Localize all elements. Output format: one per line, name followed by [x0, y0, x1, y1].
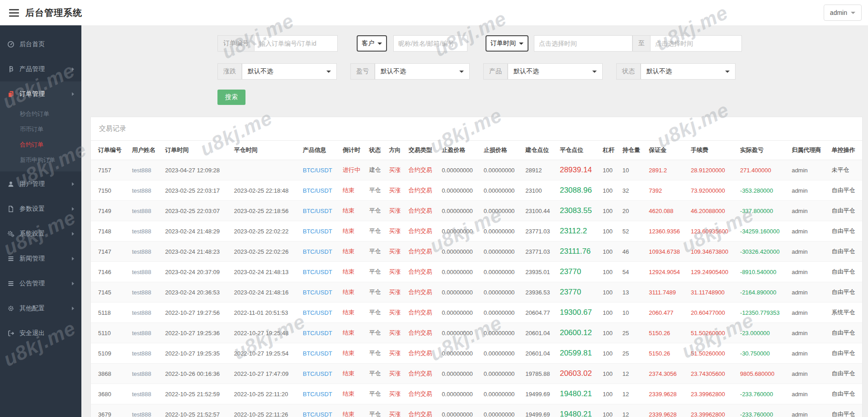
cell-stop-loss-price: 0.00000000: [481, 242, 523, 262]
cell-product[interactable]: BTC/USDT: [300, 404, 340, 417]
cell-user-name[interactable]: test888: [129, 221, 162, 242]
cell-trade-type: 合约交易: [406, 262, 439, 282]
cell-control: 自由平仓: [829, 384, 862, 404]
cell-user-name[interactable]: test888: [129, 262, 162, 282]
cell-product[interactable]: BTC/USDT: [300, 201, 340, 221]
cell-agent: admin: [789, 364, 829, 384]
cell-product[interactable]: BTC/USDT: [300, 364, 340, 384]
cell-user-name[interactable]: test888: [129, 242, 162, 262]
user-icon: [7, 180, 14, 188]
customer-keyword-input[interactable]: [393, 35, 467, 52]
sidebar-item-other-config[interactable]: 其他配置: [0, 296, 81, 321]
sidebar-item-news[interactable]: 新闻管理: [0, 246, 81, 271]
cell-close-point: 20603.02: [557, 364, 600, 384]
cell-actual-profit: -353.280000: [737, 180, 789, 201]
sidebar-subitem-new-coin-orders[interactable]: 新币申购订单: [0, 152, 81, 168]
cell-user-name[interactable]: test888: [129, 282, 162, 303]
cell-position-amount: 46: [620, 242, 646, 262]
column-header: 用户姓名: [129, 141, 162, 160]
cell-user-name[interactable]: test888: [129, 384, 162, 404]
cell-product[interactable]: BTC/USDT: [300, 343, 340, 364]
sidebar: 后台首页 产品管理 订单管理 秒合约订单 币币订单 合约订单 新币申购订单 用户…: [0, 25, 81, 417]
status-select[interactable]: 默认不选: [641, 63, 736, 80]
customer-type-select[interactable]: 客户: [357, 35, 387, 52]
cell-user-name[interactable]: test888: [129, 323, 162, 343]
cell-user-name[interactable]: test888: [129, 180, 162, 201]
cell-product[interactable]: BTC/USDT: [300, 221, 340, 242]
sidebar-item-logout[interactable]: 安全退出: [0, 321, 81, 346]
product-select[interactable]: 默认不选: [508, 63, 603, 80]
cell-agent: admin: [789, 404, 829, 417]
cell-user-name[interactable]: test888: [129, 364, 162, 384]
cell-user-name[interactable]: test888: [129, 404, 162, 417]
cell-leverage: 100: [600, 364, 620, 384]
hamburger-menu-icon[interactable]: [9, 9, 19, 17]
sidebar-subitem-coin-orders[interactable]: 币币订单: [0, 122, 81, 137]
search-button[interactable]: 搜索: [217, 90, 245, 105]
cell-direction: 买涨: [386, 384, 406, 404]
rise-fall-select[interactable]: 默认不选: [242, 63, 337, 80]
sidebar-subitem-contract-orders[interactable]: 合约订单: [0, 137, 81, 152]
cell-product[interactable]: BTC/USDT: [300, 384, 340, 404]
cell-open-time: 2023-02-24 21:48:29: [162, 221, 231, 242]
sidebar-item-label: 产品管理: [19, 65, 45, 73]
table-row: 7157test8882023-04-27 12:09:28BTC/USDT进行…: [91, 160, 862, 180]
cell-order-id: 7149: [91, 201, 129, 221]
cell-order-id: 7146: [91, 262, 129, 282]
admin-user-dropdown[interactable]: admin: [824, 5, 862, 21]
time-type-select[interactable]: 订单时间: [486, 35, 528, 52]
cell-product[interactable]: BTC/USDT: [300, 323, 340, 343]
sidebar-item-products[interactable]: 产品管理: [0, 57, 81, 81]
table-row: 3679test8882022-10-25 21:52:572022-10-25…: [91, 404, 862, 417]
cell-trade-type: 合约交易: [406, 384, 439, 404]
profit-loss-select[interactable]: 默认不选: [375, 63, 470, 80]
cell-close-time: 2023-02-24 21:48:16: [231, 282, 300, 303]
cell-status: 平仓: [367, 384, 387, 404]
sidebar-item-users[interactable]: 用户管理: [0, 171, 81, 196]
sidebar-item-params[interactable]: 参数设置: [0, 196, 81, 221]
cell-open-point: 23100.44: [523, 201, 557, 221]
trade-records-card: 交易记录 订单编号用户姓名订单时间平仓时间产品信息倒计时状态方向交易类型止盈价格…: [90, 117, 863, 417]
cell-user-name[interactable]: test888: [129, 160, 162, 180]
table-row: 5118test8882022-10-27 19:27:562022-11-01…: [91, 303, 862, 323]
sidebar-item-notice[interactable]: 公告管理: [0, 271, 81, 296]
sidebar-item-system[interactable]: 系统设置: [0, 221, 81, 246]
time-from-input[interactable]: [534, 35, 632, 52]
cell-user-name[interactable]: test888: [129, 201, 162, 221]
cell-take-profit-price: 0.00000000: [439, 384, 481, 404]
cell-product[interactable]: BTC/USDT: [300, 282, 340, 303]
table-row: 7145test8882023-02-24 20:36:532023-02-24…: [91, 282, 862, 303]
column-header: 实际盈亏: [737, 141, 789, 160]
cell-position-amount: 32: [620, 180, 646, 201]
time-to-input[interactable]: [651, 35, 742, 52]
cell-close-time: 2022-10-27 17:47:09: [231, 364, 300, 384]
rise-fall-value: 默认不选: [248, 67, 273, 76]
cell-product[interactable]: BTC/USDT: [300, 242, 340, 262]
cell-product[interactable]: BTC/USDT: [300, 160, 340, 180]
cell-user-name[interactable]: test888: [129, 343, 162, 364]
sidebar-item-dashboard[interactable]: 后台首页: [0, 32, 81, 57]
cell-product[interactable]: BTC/USDT: [300, 303, 340, 323]
table-row: 7150test8882023-02-25 22:03:172023-02-25…: [91, 180, 862, 201]
cell-trade-type: 合约交易: [406, 221, 439, 242]
cell-user-name[interactable]: test888: [129, 303, 162, 323]
cell-stop-loss-price: 0.00000000: [481, 282, 523, 303]
cell-product[interactable]: BTC/USDT: [300, 262, 340, 282]
cell-direction: 买涨: [386, 160, 406, 180]
sidebar-subitem-second-contract-orders[interactable]: 秒合约订单: [0, 106, 81, 122]
cell-leverage: 100: [600, 282, 620, 303]
cell-close-time: 2023-02-25 22:18:56: [231, 201, 300, 221]
cell-actual-profit: -233.760000: [737, 404, 789, 417]
cell-margin: 5150.26: [646, 323, 688, 343]
cell-fee: 20.60477000: [688, 303, 737, 323]
sidebar-item-label: 新闻管理: [19, 255, 45, 263]
sidebar-item-orders[interactable]: 订单管理: [0, 81, 81, 106]
order-no-input[interactable]: [255, 35, 338, 52]
cell-control: 自由平仓: [829, 343, 862, 364]
cell-direction: 买涨: [386, 221, 406, 242]
cell-stop-loss-price: 0.00000000: [481, 180, 523, 201]
chevron-down-icon: [851, 12, 855, 14]
column-header: 状态: [367, 141, 387, 160]
cell-product[interactable]: BTC/USDT: [300, 180, 340, 201]
column-header: 杠杆: [600, 141, 620, 160]
